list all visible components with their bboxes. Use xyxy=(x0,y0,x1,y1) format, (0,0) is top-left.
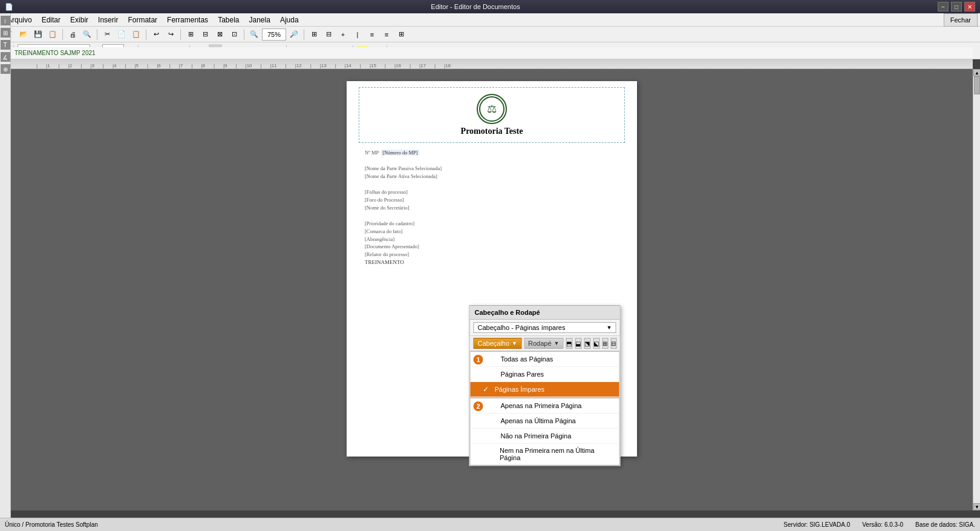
option-paginas-pares[interactable]: Páginas Pares xyxy=(471,367,619,382)
menu-janela[interactable]: Janela xyxy=(244,13,275,26)
sep2 xyxy=(97,29,97,40)
header-footer-dropdown: Cabeçalho e Rodapé Cabeçalho - Páginas í… xyxy=(469,305,621,466)
option-paginas-impares[interactable]: ✓ Páginas Ímpares xyxy=(471,382,619,397)
check-nao-primeira xyxy=(489,432,497,440)
window-controls: − □ ✕ xyxy=(938,2,975,12)
menu-inserir[interactable]: Inserir xyxy=(93,13,123,26)
options-group2: 2 Apenas na Primeira Página Apenas na Úl… xyxy=(470,398,620,466)
left-toolbar: ↕ ⊞ T ∡ ⊕ xyxy=(0,13,11,518)
pages-selector-row: Cabeçalho - Páginas ímpares ▼ xyxy=(470,320,620,336)
col-btn[interactable]: ⊠ xyxy=(213,28,226,41)
more-btn1[interactable]: ⊞ xyxy=(307,28,321,41)
field-secretario: [Nome do Secretário] xyxy=(365,204,619,212)
icon-btn-5[interactable]: ⊞ xyxy=(602,338,608,349)
menu-ajuda[interactable]: Ajuda xyxy=(275,13,304,26)
menu-editar[interactable]: Editar xyxy=(37,13,65,26)
field-parte-passiva: [Nome da Parte Passiva Selecionada] xyxy=(365,165,619,173)
sidebar-icon-1[interactable]: ↕ xyxy=(1,16,10,25)
sep6 xyxy=(304,29,304,40)
icon-btn-4[interactable]: ⬕ xyxy=(593,338,599,349)
bottom-right: Servidor: SIG.LEVADA.0 Versão: 6.0.3-0 B… xyxy=(783,521,975,528)
zoom-input[interactable] xyxy=(262,28,286,41)
sep1 xyxy=(62,29,63,40)
icon-btn-2[interactable]: ⬓ xyxy=(575,338,581,349)
open-btn[interactable]: 📂 xyxy=(17,28,30,41)
badge-1: 1 xyxy=(474,355,483,364)
more-btn3[interactable]: + xyxy=(336,28,350,41)
maximize-button[interactable]: □ xyxy=(951,2,962,12)
menu-exibir[interactable]: Exibir xyxy=(65,13,93,26)
zoom-out-btn[interactable]: 🔍 xyxy=(247,28,261,41)
sidebar-icon-2[interactable]: ⊞ xyxy=(1,28,10,38)
scroll-track[interactable] xyxy=(973,76,980,503)
close-button[interactable]: ✕ xyxy=(964,2,975,12)
titlebar-icon: 📄 xyxy=(5,3,13,11)
menubar: Arquivo Editar Exibir Inserir Formatar F… xyxy=(0,13,980,27)
undo-btn[interactable]: ↩ xyxy=(149,28,163,41)
redo-btn[interactable]: ↪ xyxy=(164,28,177,41)
field-abrangencia: [Abrangência] xyxy=(365,236,619,243)
zoom-in-btn[interactable]: 🔎 xyxy=(287,28,301,41)
more-btn2[interactable]: ⊟ xyxy=(322,28,335,41)
grid-btn[interactable]: ⊟ xyxy=(198,28,212,41)
rodape-btn[interactable]: Rodapé ▼ xyxy=(524,338,563,349)
sidebar-icon-4[interactable]: ∡ xyxy=(1,52,10,62)
infobar-text: TREINAMENTO SAJMP 2021 xyxy=(15,50,96,56)
field-documento: [Documento Apresentado] xyxy=(365,243,619,251)
copy-btn[interactable]: 📄 xyxy=(115,28,128,41)
doc-content[interactable]: Nº MP [Número do MP] [Nome da Parte Pass… xyxy=(347,145,637,270)
scroll-thumb[interactable] xyxy=(974,76,980,94)
fechar-button[interactable]: Fechar xyxy=(944,13,978,27)
option-nem-primeira-ultima[interactable]: Nem na Primeira nem na Última Página xyxy=(471,444,619,465)
field-foro: [Foro do Processo] xyxy=(365,196,619,204)
more-btn5[interactable]: ≡ xyxy=(365,28,379,41)
option-todas-paginas[interactable]: Todas as Páginas xyxy=(471,352,619,367)
icon-btn-6[interactable]: ⊟ xyxy=(610,338,616,349)
more-btn7[interactable]: ⊞ xyxy=(394,28,408,41)
icon-btn-3[interactable]: ⬔ xyxy=(584,338,590,349)
field-nump: Nº MP [Número do MP] xyxy=(365,149,619,157)
bottom-versao: Versão: 6.0.3-0 xyxy=(862,521,903,528)
cut-btn[interactable]: ✂ xyxy=(100,28,114,41)
document-area: ⚖ Promotoria Teste Nº MP [Número do MP] … xyxy=(11,69,973,510)
check-pares xyxy=(489,370,497,378)
horizontal-ruler: ||1||2||3||4||5||6||7||8||9||10||11||12|… xyxy=(11,59,973,69)
scroll-down-btn[interactable]: ▼ xyxy=(973,503,980,510)
cabecalho-btn[interactable]: Cabeçalho ▼ xyxy=(474,338,522,349)
print-btn[interactable]: 🖨 xyxy=(66,28,79,41)
check-nem xyxy=(489,450,497,458)
field-comarca: [Comarca do fato] xyxy=(365,228,619,236)
sidebar-icon-5[interactable]: ⊕ xyxy=(1,64,10,74)
table-btn[interactable]: ⊞ xyxy=(184,28,197,41)
pages-selected-label: Cabeçalho - Páginas ímpares xyxy=(478,324,566,331)
pages-select-display[interactable]: Cabeçalho - Páginas ímpares ▼ xyxy=(474,322,616,333)
field-relator: [Relator do processo] xyxy=(365,251,619,259)
sidebar-icon-3[interactable]: T xyxy=(1,40,10,50)
bottom-servidor: Servidor: SIG.LEVADA.0 xyxy=(783,521,850,528)
paste-btn[interactable]: 📋 xyxy=(129,28,143,41)
doc-header: ⚖ Promotoria Teste xyxy=(359,87,625,143)
scrollbar-right[interactable]: ▲ ▼ xyxy=(973,69,980,510)
col2-btn[interactable]: ⊡ xyxy=(227,28,241,41)
menu-ferramentas[interactable]: Ferramentas xyxy=(162,13,213,26)
bottom-base: Base de dados: SIGA. xyxy=(915,521,975,528)
icon-btn-1[interactable]: ⬒ xyxy=(566,338,572,349)
preview-btn[interactable]: 🔍 xyxy=(80,28,94,41)
save-btn[interactable]: 💾 xyxy=(31,28,45,41)
menu-tabela[interactable]: Tabela xyxy=(213,13,244,26)
check-todas xyxy=(489,355,497,363)
more-btn4[interactable]: | xyxy=(351,28,364,41)
options-group1: 1 Todas as Páginas Páginas Pares ✓ Págin… xyxy=(470,351,620,398)
option-nao-primeira[interactable]: Não na Primeira Página xyxy=(471,429,619,444)
more-btn6[interactable]: ≡ xyxy=(380,28,393,41)
scroll-up-btn[interactable]: ▲ xyxy=(973,69,980,76)
pages-dropdown-arrow: ▼ xyxy=(607,325,612,331)
option-primeira-pagina[interactable]: Apenas na Primeira Página xyxy=(471,398,619,414)
menu-formatar[interactable]: Formatar xyxy=(123,13,162,26)
minimize-button[interactable]: − xyxy=(938,2,949,12)
doc-header-title: Promotoria Teste xyxy=(461,127,523,136)
header-toolbar-row: Cabeçalho ▼ Rodapé ▼ ⬒ ⬓ ⬔ ⬕ ⊞ ⊟ xyxy=(470,336,620,351)
option-ultima-pagina[interactable]: Apenas na Última Página xyxy=(471,414,619,429)
save-as-btn[interactable]: 📋 xyxy=(46,28,59,41)
sep4 xyxy=(180,29,181,40)
